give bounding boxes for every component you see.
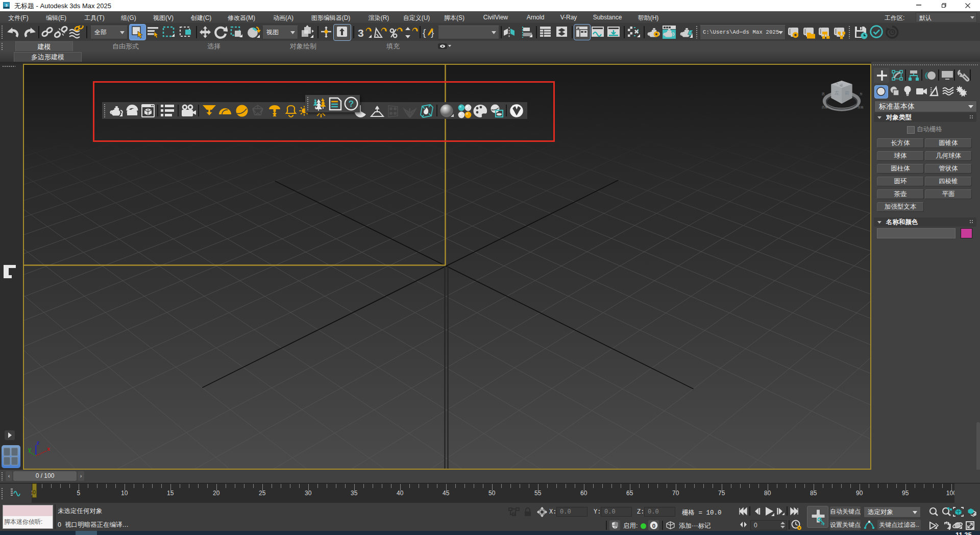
svg-text:3: 3 [5, 3, 8, 8]
svg-text:顶: 顶 [840, 83, 843, 87]
svg-text:东: 东 [860, 92, 863, 95]
svg-text:前: 前 [845, 90, 849, 95]
svg-text:东南: 东南 [857, 105, 864, 109]
svg-text:z: z [37, 440, 40, 446]
svg-text:y: y [28, 446, 32, 452]
svg-text:x: x [47, 446, 51, 452]
svg-text:0: 0 [652, 523, 655, 529]
svg-text:?: ? [349, 99, 354, 109]
svg-text:西南: 西南 [822, 106, 828, 109]
svg-text:左: 左 [835, 90, 839, 95]
svg-text:西: 西 [822, 92, 825, 96]
svg-text:{: { [423, 27, 426, 38]
svg-text:3: 3 [358, 27, 364, 39]
